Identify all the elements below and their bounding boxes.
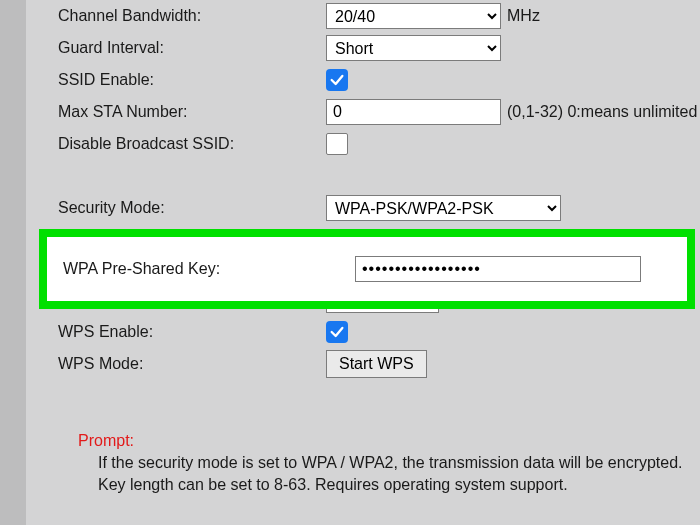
max-sta-hint: (0,1-32) 0:means unlimited [507, 103, 697, 121]
security-mode-label: Security Mode: [26, 199, 326, 217]
prompt-line-1: If the security mode is set to WPA / WPA… [78, 452, 700, 474]
channel-bandwidth-select[interactable]: 20/40 [326, 3, 501, 29]
channel-bandwidth-label: Channel Bandwidth: [26, 7, 326, 25]
prompt-title: Prompt: [78, 432, 700, 450]
security-mode-select[interactable]: WPA-PSK/WPA2-PSK [326, 195, 561, 221]
disable-broadcast-label: Disable Broadcast SSID: [26, 135, 326, 153]
checkmark-icon [329, 324, 345, 340]
row-wps-mode: WPS Mode: Start WPS [26, 348, 700, 380]
row-channel-bandwidth: Channel Bandwidth: 20/40 MHz [26, 0, 700, 32]
wps-enable-checkbox[interactable] [326, 321, 348, 343]
channel-bandwidth-unit: MHz [507, 7, 540, 25]
wpa-encryption-label: WPA Encryption: [26, 291, 326, 309]
row-guard-interval: Guard Interval: Short [26, 32, 700, 64]
prompt-line-2: Key length can be set to 8-63. Requires … [78, 474, 700, 496]
wps-enable-label: WPS Enable: [26, 323, 326, 341]
row-wps-enable: WPS Enable: [26, 316, 700, 348]
wpa-psk-input[interactable] [355, 256, 641, 282]
wps-mode-label: WPS Mode: [26, 355, 326, 373]
max-sta-input[interactable] [326, 99, 501, 125]
row-max-sta: Max STA Number: (0,1-32) 0:means unlimit… [26, 96, 700, 128]
wpa-encryption-select[interactable]: AES [326, 287, 439, 313]
row-security-mode: Security Mode: WPA-PSK/WPA2-PSK [26, 192, 700, 224]
start-wps-button[interactable]: Start WPS [326, 350, 427, 378]
row-disable-broadcast: Disable Broadcast SSID: [26, 128, 700, 160]
disable-broadcast-checkbox[interactable] [326, 133, 348, 155]
guard-interval-label: Guard Interval: [26, 39, 326, 57]
guard-interval-select[interactable]: Short [326, 35, 501, 61]
checkmark-icon [329, 72, 345, 88]
ssid-enable-checkbox[interactable] [326, 69, 348, 91]
row-ssid-enable: SSID Enable: [26, 64, 700, 96]
ssid-enable-label: SSID Enable: [26, 71, 326, 89]
row-wpa-encryption: WPA Encryption: AES [26, 284, 700, 316]
settings-panel: Channel Bandwidth: 20/40 MHz Guard Inter… [26, 0, 700, 525]
max-sta-label: Max STA Number: [26, 103, 326, 121]
prompt-block: Prompt: If the security mode is set to W… [78, 432, 700, 496]
